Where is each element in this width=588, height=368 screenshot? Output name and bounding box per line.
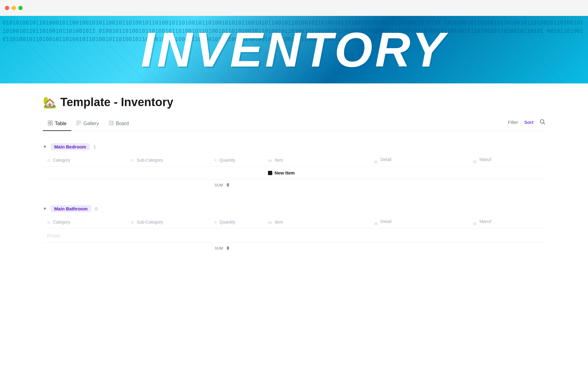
- sort-button[interactable]: Sort: [524, 120, 533, 125]
- svg-rect-4: [77, 121, 78, 122]
- col-header-category-2: ⊙ Category: [43, 216, 126, 228]
- hero-title: INVENTORY: [141, 21, 447, 78]
- sum-row-bedroom: SUM 0: [43, 179, 545, 191]
- sum-cell-bedroom: SUM 0: [210, 179, 264, 191]
- tab-gallery-label: Gallery: [83, 121, 99, 126]
- col-header-manuf-1: Manuf: [469, 154, 545, 167]
- sum-spacer-b2: [126, 243, 210, 254]
- category-icon-2: ⊙: [47, 220, 50, 224]
- col-header-subcategory-2: ⊙ Sub-Category: [126, 216, 210, 228]
- tab-gallery[interactable]: Gallery: [71, 117, 104, 131]
- empty-cell-bathroom: Empty.: [43, 228, 545, 243]
- chevron-bedroom[interactable]: ▼: [43, 144, 47, 149]
- cell-detail-new: [370, 167, 469, 179]
- close-button[interactable]: [5, 6, 9, 10]
- table-bathroom: ⊙ Category ⊙ Sub-Category # Quantity Aa …: [43, 216, 545, 254]
- page-title-row: 🏡 Template - Inventory: [43, 96, 545, 109]
- gallery-icon: [76, 121, 81, 126]
- minimize-button[interactable]: [12, 6, 16, 10]
- svg-rect-0: [48, 121, 50, 123]
- col-header-quantity-1: # Quantity: [210, 154, 264, 167]
- tab-board-label: Board: [116, 121, 129, 126]
- maximize-button[interactable]: [18, 6, 23, 10]
- group-header-bedroom: ▼ Main Bedroom 1: [43, 141, 545, 153]
- cell-manuf-new: [469, 167, 545, 179]
- sum-spacer-3: [264, 179, 370, 191]
- titlebar: [0, 0, 588, 16]
- filter-button[interactable]: Filter: [508, 120, 518, 125]
- cell-category-new: [43, 167, 126, 179]
- col-header-detail-2: Detail: [370, 216, 469, 228]
- subcategory-icon-2: ⊙: [131, 220, 134, 224]
- table-bedroom: ⊙ Category ⊙ Sub-Category # Quantity Aa …: [43, 154, 545, 190]
- manuf-icon-2: [473, 223, 477, 225]
- cell-item-new[interactable]: New Item: [264, 167, 370, 179]
- chevron-bathroom[interactable]: ▼: [43, 206, 47, 211]
- item-icon-1: Aa: [268, 159, 272, 162]
- table-row-new-item[interactable]: New Item: [43, 167, 545, 179]
- subcategory-icon-1: ⊙: [131, 158, 134, 163]
- svg-rect-3: [51, 123, 52, 125]
- detail-icon-2: [374, 223, 378, 225]
- empty-row-bathroom: Empty.: [43, 228, 545, 243]
- col-header-item-2: Aa Item: [264, 216, 370, 228]
- item-icon-2: Aa: [268, 220, 272, 224]
- new-item-square: [268, 171, 272, 175]
- sum-spacer-b4: [370, 243, 469, 254]
- col-header-manuf-2: Manuf: [469, 216, 545, 228]
- sum-spacer-1: [43, 179, 126, 191]
- sum-value-bedroom: 0: [227, 182, 229, 187]
- cell-quantity-new: [210, 167, 264, 179]
- search-button[interactable]: [540, 119, 545, 126]
- sum-spacer-2: [126, 179, 210, 191]
- svg-rect-8: [77, 125, 78, 125]
- page-icon: 🏡: [43, 96, 57, 109]
- col-header-subcategory-1: ⊙ Sub-Category: [126, 154, 210, 167]
- table-header-bedroom: ⊙ Category ⊙ Sub-Category # Quantity Aa …: [43, 154, 545, 167]
- svg-rect-1: [51, 121, 52, 123]
- table-icon: [48, 121, 53, 126]
- quantity-icon-1: #: [215, 158, 217, 163]
- sum-spacer-b1: [43, 243, 126, 254]
- sum-label-bathroom: SUM: [215, 246, 223, 251]
- category-icon-1: ⊙: [47, 158, 50, 163]
- manuf-icon-1: [473, 161, 477, 163]
- sum-row-bathroom: SUM 0: [43, 243, 545, 254]
- new-item-label: New Item: [268, 170, 366, 175]
- page-title: Template - Inventory: [60, 96, 173, 109]
- tab-table[interactable]: Table: [43, 117, 71, 131]
- svg-rect-10: [111, 121, 112, 125]
- svg-point-12: [540, 120, 544, 123]
- sum-spacer-5: [469, 179, 545, 191]
- col-header-category-1: ⊙ Category: [43, 154, 126, 167]
- board-icon: [109, 121, 114, 126]
- svg-line-13: [544, 123, 545, 124]
- col-header-item-1: Aa Item: [264, 154, 370, 167]
- group-count-bathroom: 0: [95, 206, 97, 211]
- sum-spacer-b5: [469, 243, 545, 254]
- tab-table-label: Table: [55, 121, 66, 126]
- sum-label-bedroom: SUM: [215, 183, 223, 187]
- sum-value-bathroom: 0: [227, 246, 229, 251]
- svg-rect-9: [109, 121, 110, 125]
- group-main-bedroom: ▼ Main Bedroom 1 ⊙ Category ⊙ Sub-Catego…: [43, 141, 545, 190]
- group-badge-bathroom[interactable]: Main Bathroom: [51, 205, 91, 212]
- group-badge-bedroom[interactable]: Main Bedroom: [51, 143, 90, 150]
- tab-board[interactable]: Board: [104, 117, 134, 131]
- svg-rect-11: [113, 121, 113, 125]
- group-header-bathroom: ▼ Main Bathroom 0: [43, 203, 545, 215]
- detail-icon-1: [374, 161, 378, 163]
- col-header-detail-1: Detail: [370, 154, 469, 167]
- cell-subcategory-new: [126, 167, 210, 179]
- col-header-quantity-2: # Quantity: [210, 216, 264, 228]
- sum-spacer-4: [370, 179, 469, 191]
- sum-spacer-b3: [264, 243, 370, 254]
- page-content: 🏡 Template - Inventory Table: [18, 83, 570, 284]
- group-main-bathroom: ▼ Main Bathroom 0 ⊙ Category ⊙ Sub-Categ…: [43, 203, 545, 254]
- hero-banner: 0101010010110100010110010010101100101101…: [0, 16, 588, 83]
- svg-rect-6: [77, 123, 78, 124]
- svg-rect-7: [79, 123, 81, 124]
- group-count-bedroom: 1: [93, 144, 96, 149]
- svg-rect-5: [79, 121, 81, 122]
- tab-bar: Table Gallery Bo: [43, 117, 545, 131]
